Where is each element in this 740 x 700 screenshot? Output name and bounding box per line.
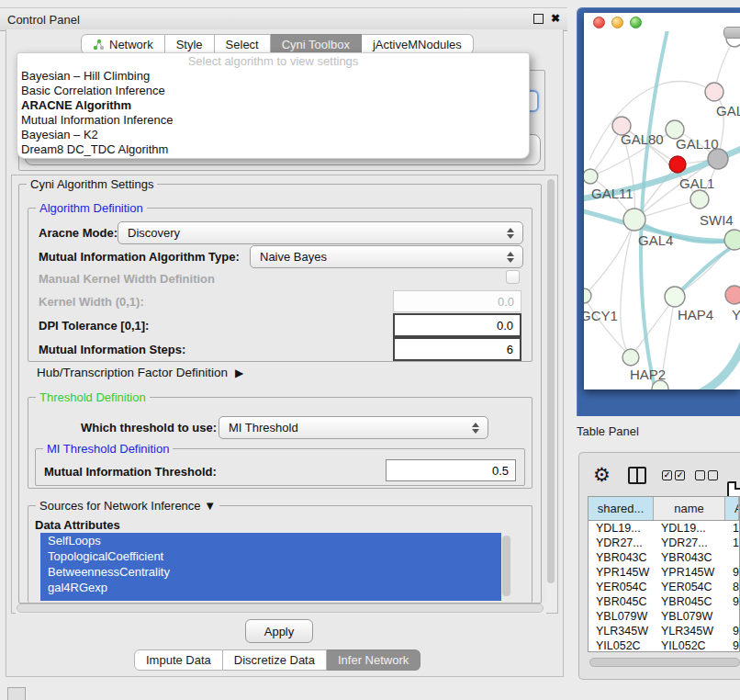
table-cell: YBR043C (654, 550, 725, 565)
popup-item[interactable]: Mutual Information Inference (17, 113, 529, 128)
network-node-gal1[interactable] (690, 190, 709, 209)
list-item[interactable]: SelfLoops (40, 533, 501, 548)
float-window-icon[interactable] (533, 14, 544, 24)
table-cell: 12 (725, 536, 739, 550)
close-traffic-light[interactable] (593, 17, 605, 28)
settings-gear-icon[interactable]: ⚙ (593, 465, 611, 485)
which-threshold-combobox[interactable]: MI Threshold (219, 416, 488, 439)
data-attributes-label: Data Attributes (35, 518, 120, 532)
popup-item[interactable]: Dream8 DC_TDC Algorithm (17, 142, 529, 157)
network-icon (93, 39, 105, 51)
network-node[interactable] (708, 149, 728, 169)
column-header-name[interactable]: name (654, 497, 725, 520)
list-vscroll-thumb[interactable] (502, 536, 510, 596)
column-header-shared-name[interactable]: shared... (589, 497, 654, 520)
deselect-all-icon[interactable] (695, 470, 718, 480)
mi-steps-field[interactable] (393, 337, 521, 361)
sources-title: Sources for Network Inference ▼ (36, 499, 219, 513)
node-label: GCY1 (584, 308, 618, 323)
group-title: Cyni Algorithm Settings (27, 177, 157, 191)
tab-infer-network[interactable]: Infer Network (327, 649, 420, 671)
popup-item[interactable]: Bayesian – Hill Climbing (17, 69, 529, 84)
apply-button[interactable]: Apply (245, 619, 313, 643)
table-row[interactable]: YPR145WYPR145W9. (589, 565, 739, 580)
node-label: GAL (716, 103, 740, 119)
aracne-mode-combobox[interactable]: Discovery (118, 221, 523, 244)
table-cell: 9. (725, 624, 739, 638)
network-node[interactable] (669, 156, 686, 173)
control-panel-tabs: Network Style Select Cyni Toolbox jActiv… (81, 34, 474, 54)
table-row[interactable]: YLR345WYLR345W9. (589, 624, 739, 638)
popup-item[interactable]: Bayesian – K2 (17, 128, 529, 142)
kernel-width-field[interactable] (393, 290, 521, 312)
tab-discretize-data[interactable]: Discretize Data (223, 649, 327, 671)
table-row[interactable]: YBR045CYBR045C9. (589, 594, 739, 609)
table-cell: 13 (725, 521, 739, 536)
table-row[interactable]: YER054CYER054C8. (589, 580, 739, 594)
network-canvas[interactable]: GALGAL80GAL10GAL1GAL11GAL4SWI4GCY1HAP4YH… (584, 31, 740, 390)
algorithm-dropdown-popup: Select algorithm to view settings Bayesi… (17, 52, 530, 159)
which-threshold-label: Which threshold to use: (81, 421, 217, 435)
aracne-mode-label: Aracne Mode: (39, 226, 118, 240)
network-node-y[interactable] (725, 286, 740, 304)
hscroll-thumb[interactable] (17, 604, 544, 613)
mi-type-combobox[interactable]: Naive Bayes (250, 245, 523, 268)
table-cell: 9. (725, 594, 739, 609)
zoom-traffic-light[interactable] (630, 17, 642, 28)
table-row[interactable]: YIL052CYIL052C9 (589, 638, 739, 652)
minimize-traffic-light[interactable] (611, 17, 623, 28)
table-cell: YBR045C (589, 594, 654, 609)
tab-style[interactable]: Style (165, 34, 215, 54)
settings-hscrollbar[interactable] (16, 604, 546, 614)
minimized-panel-stub[interactable] (7, 687, 26, 700)
popup-item[interactable]: Basic Correlation Inference (17, 84, 529, 98)
dpi-tolerance-field[interactable] (393, 313, 521, 337)
table-cell: YLR345W (589, 624, 654, 638)
expand-right-icon[interactable]: ▶ (235, 367, 243, 379)
table-cell: 9 (725, 638, 739, 652)
network-node-hap2[interactable] (622, 349, 639, 366)
network-window: GALGAL80GAL10GAL1GAL11GAL4SWI4GCY1HAP4YH… (584, 13, 740, 390)
table-hscroll-thumb[interactable] (589, 658, 740, 667)
table-cell: YDR27... (654, 536, 725, 550)
network-node-swi4[interactable] (724, 230, 740, 250)
network-node-gcy1[interactable] (584, 288, 591, 303)
close-icon[interactable]: ✖ (551, 13, 560, 24)
table-cell (725, 550, 739, 565)
column-header-a[interactable]: A (725, 497, 739, 520)
threshold-definition-title: Threshold Definition (36, 390, 150, 404)
table-cell: YIL052C (589, 638, 654, 652)
node-label: GAL80 (621, 131, 664, 147)
vscroll-thumb[interactable] (547, 179, 555, 583)
node-label: HAP4 (678, 307, 713, 322)
tab-jactivemnodules[interactable]: jActiveMNodules (362, 34, 474, 54)
node-label: GAL1 (679, 175, 714, 191)
network-node-hap4[interactable] (665, 287, 685, 307)
list-item[interactable]: TopologicalCoefficient (40, 548, 501, 564)
collapse-down-icon[interactable]: ▼ (204, 499, 216, 513)
node-label: Y (732, 307, 740, 322)
table-row[interactable]: YDR27...YDR27...12 (589, 536, 739, 550)
data-attributes-list[interactable]: SelfLoops TopologicalCoefficient Between… (40, 533, 501, 601)
list-item[interactable]: BetweennessCentrality (40, 564, 501, 580)
tab-cyni-toolbox[interactable]: Cyni Toolbox (271, 34, 362, 54)
select-all-icon[interactable]: ✓✓ (662, 470, 685, 480)
split-columns-icon[interactable] (628, 467, 646, 484)
network-node-gal4[interactable] (623, 209, 645, 231)
table-cell (725, 609, 739, 624)
mi-threshold-field[interactable] (386, 459, 516, 481)
table-cell: YBL079W (589, 609, 654, 624)
list-item[interactable]: gal4RGexp (40, 580, 501, 595)
popup-item-selected[interactable]: ARACNE Algorithm (17, 98, 529, 113)
manual-kernel-checkbox[interactable] (506, 270, 520, 284)
network-node-gal11[interactable] (584, 169, 598, 184)
table-row[interactable]: YDL19...YDL19...13 (589, 521, 739, 536)
tab-impute-data[interactable]: Impute Data (134, 649, 223, 671)
table-row[interactable]: YBR043CYBR043C (589, 550, 739, 565)
settings-vscrollbar[interactable] (546, 177, 556, 611)
tab-network[interactable]: Network (81, 34, 165, 54)
table-row[interactable]: YBL079WYBL079W (589, 609, 739, 624)
hub-factor-section[interactable]: Hub/Transcription Factor Definition▶ (37, 366, 243, 379)
tab-select[interactable]: Select (215, 34, 271, 54)
network-node-gal[interactable] (705, 83, 723, 101)
